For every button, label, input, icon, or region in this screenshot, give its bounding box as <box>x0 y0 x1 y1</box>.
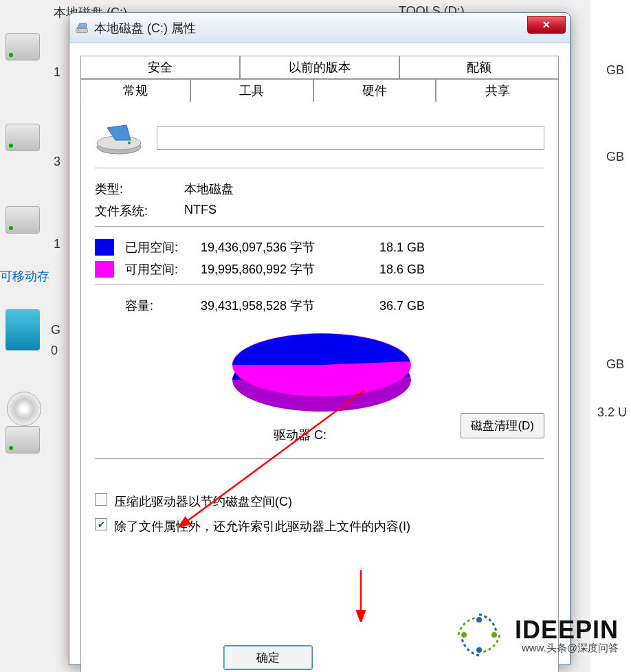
ideepin-logo-icon <box>452 607 507 662</box>
close-button[interactable]: ✕ <box>527 16 566 34</box>
svg-point-9 <box>476 617 482 623</box>
tab-sharing[interactable]: 共享 <box>436 79 559 102</box>
used-space-swatch <box>95 239 114 256</box>
free-space-gb: 18.6 GB <box>379 262 425 277</box>
bg-drive-icon-4 <box>5 426 40 453</box>
bg-drive-icon-1 <box>5 33 40 60</box>
disk-usage-pie-chart <box>225 324 418 420</box>
used-space-label: 已用空间: <box>125 239 201 256</box>
bg-dvd-icon <box>7 392 41 426</box>
volume-name-input[interactable] <box>157 126 544 150</box>
tab-hardware[interactable]: 硬件 <box>313 79 436 102</box>
bg-drive-icon-3 <box>5 206 40 234</box>
capacity-label: 容量: <box>125 298 201 314</box>
filesystem-value: NTFS <box>184 203 544 219</box>
svg-point-4 <box>128 142 131 144</box>
compress-drive-checkbox[interactable] <box>95 493 107 506</box>
svg-point-12 <box>461 632 467 638</box>
general-tab-content: 类型: 本地磁盘 文件系统: NTFS 已用空间: 19,436,097,536… <box>80 102 559 672</box>
watermark-brand: IDEEPIN <box>515 616 619 645</box>
type-value: 本地磁盘 <box>184 181 544 197</box>
capacity-gb: 36.7 GB <box>379 299 425 313</box>
svg-point-10 <box>491 632 497 638</box>
dialog-title: 本地磁盘 (C:) 属性 <box>94 20 196 36</box>
properties-dialog: 本地磁盘 (C:) 属性 ✕ 安全 以前的版本 配额 常规 工具 硬件 共享 类… <box>69 12 571 665</box>
removable-storage-label: 可移动存 <box>0 268 49 284</box>
close-icon: ✕ <box>542 19 551 30</box>
used-space-gb: 18.1 GB <box>379 240 425 255</box>
drive-icon <box>75 21 89 35</box>
disk-cleanup-button[interactable]: 磁盘清理(D) <box>461 413 544 438</box>
bg-folder-icon <box>5 309 40 350</box>
tab-general[interactable]: 常规 <box>80 79 190 102</box>
tab-security[interactable]: 安全 <box>80 56 240 79</box>
separator <box>95 458 544 459</box>
titlebar[interactable]: 本地磁盘 (C:) 属性 ✕ <box>69 13 570 43</box>
tab-tools[interactable]: 工具 <box>190 79 313 102</box>
tab-previous-versions[interactable]: 以前的版本 <box>240 56 399 79</box>
compress-drive-label: 压缩此驱动器以节约磁盘空间(C) <box>114 493 292 510</box>
free-space-bytes: 19,995,860,992 字节 <box>201 261 379 278</box>
tab-quota[interactable]: 配额 <box>399 56 559 79</box>
free-space-label: 可用空间: <box>125 261 201 278</box>
used-space-bytes: 19,436,097,536 字节 <box>201 239 379 256</box>
free-space-swatch <box>95 261 114 278</box>
drive-letter-label: 驱动器 C: <box>274 427 326 443</box>
filesystem-label: 文件系统: <box>95 203 184 219</box>
watermark: IDEEPIN www.头条@深度问答 <box>452 607 619 662</box>
bg-drive-icon-2 <box>5 124 40 151</box>
drive-large-icon <box>95 121 143 155</box>
svg-rect-0 <box>76 28 88 33</box>
right-edge-panel: GB GB GB 3.2 U <box>590 0 631 672</box>
ok-button[interactable]: 确定 <box>223 645 313 670</box>
separator <box>95 168 544 168</box>
type-label: 类型: <box>95 181 184 197</box>
capacity-bytes: 39,431,958,528 字节 <box>201 298 379 314</box>
svg-point-1 <box>78 30 79 31</box>
svg-point-11 <box>476 647 482 653</box>
index-drive-checkbox[interactable] <box>95 518 107 530</box>
separator <box>95 284 544 285</box>
separator <box>95 226 544 227</box>
watermark-subtitle: www.头条@深度问答 <box>515 642 619 655</box>
index-drive-label: 除了文件属性外，还允许索引此驱动器上文件的内容(I) <box>114 518 410 535</box>
